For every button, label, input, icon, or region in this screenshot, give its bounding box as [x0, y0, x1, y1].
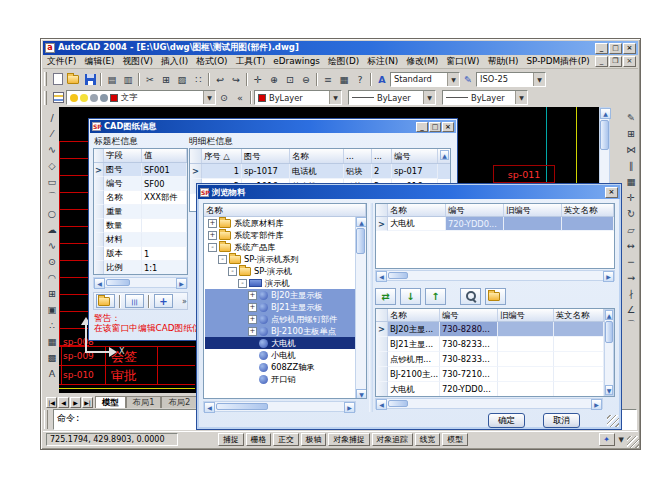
expand-icon[interactable]: +: [248, 315, 257, 324]
collapse-icon[interactable]: -: [218, 255, 227, 264]
scroll-down-icon[interactable]: ▼: [356, 389, 367, 399]
text-style-combo[interactable]: Standard▼: [390, 72, 460, 87]
tree-item[interactable]: -SP-演示机系列: [205, 253, 355, 265]
column-header[interactable]: 英文名称: [554, 309, 604, 321]
menu-item-4[interactable]: 格式(O): [192, 55, 231, 69]
move-icon[interactable]: ✛: [624, 189, 639, 205]
download-button[interactable]: ↓: [400, 288, 421, 305]
open-library-button[interactable]: [96, 294, 115, 308]
tree-item[interactable]: 大电机: [205, 337, 355, 349]
tab-next-icon[interactable]: ▶: [70, 397, 81, 408]
table-row[interactable]: 大电机720-YDD0...: [376, 382, 614, 397]
tab-layout2[interactable]: 布局2: [161, 396, 197, 408]
combo-dropdown-icon[interactable]: ▼: [515, 91, 527, 104]
window-resize-grip[interactable]: [627, 436, 639, 448]
insert-block-icon[interactable]: ⊞: [45, 285, 60, 301]
array-icon[interactable]: ▦: [624, 173, 639, 189]
plot-icon[interactable]: ▤: [104, 72, 120, 87]
selected-material-table[interactable]: 名称编号旧编号英文名称>大电机720-YDD0...: [375, 203, 615, 269]
toggle-6[interactable]: 线宽: [415, 433, 441, 446]
upper-table-hscrollbar[interactable]: ◀ ▶: [375, 270, 615, 281]
minimize-button[interactable]: _: [595, 43, 608, 54]
column-header[interactable]: 英文名称: [562, 204, 614, 216]
lower-table-hscrollbar[interactable]: ◀ ▶: [375, 398, 603, 409]
scroll-right-icon[interactable]: ▶: [344, 402, 355, 413]
new-icon[interactable]: [50, 72, 66, 87]
dim-style-icon[interactable]: ✎: [460, 72, 476, 87]
scroll-left-icon[interactable]: ◀: [376, 399, 387, 410]
child-close-button[interactable]: ×: [623, 56, 636, 67]
pan-realtime-icon[interactable]: ✛: [250, 72, 266, 87]
tree-item[interactable]: 小电机: [205, 349, 355, 361]
toolbar-overflow-icon[interactable]: »: [182, 297, 187, 306]
tab-prev-icon[interactable]: ◀: [58, 397, 69, 408]
extend-icon[interactable]: →: [624, 269, 639, 285]
tree-vscrollbar[interactable]: ▲ ▼: [355, 217, 366, 399]
zoom-previous-icon[interactable]: ⊖: [298, 72, 314, 87]
expand-icon[interactable]: +: [208, 219, 217, 228]
scroll-up-icon[interactable]: ▲: [605, 310, 613, 320]
maximize-button[interactable]: □: [609, 43, 622, 54]
communication-center-icon[interactable]: ✦: [599, 433, 615, 446]
combo-dropdown-icon[interactable]: ▼: [203, 91, 215, 104]
child-restore-button[interactable]: ❐: [609, 56, 622, 67]
toolbar-grip[interactable]: [44, 91, 47, 105]
lower-table-vscrollbar[interactable]: ▲ ▼: [604, 309, 614, 396]
column-header[interactable]: ...: [344, 149, 372, 163]
line-icon[interactable]: ∕: [45, 109, 60, 125]
expand-icon[interactable]: +: [208, 231, 217, 240]
chamfer-icon[interactable]: ∠: [624, 301, 639, 317]
combo-dropdown-icon[interactable]: ▼: [423, 91, 435, 104]
tree-hscrollbar[interactable]: ◀ ▶: [203, 401, 356, 412]
tab-model[interactable]: 模型: [95, 396, 126, 408]
table-row[interactable]: 比例1:1: [94, 261, 187, 275]
column-header[interactable]: ...: [372, 149, 392, 163]
splitter[interactable]: [369, 203, 373, 412]
copy-object-icon[interactable]: ⊞: [624, 125, 639, 141]
tree-item[interactable]: -系统产品库: [205, 241, 355, 253]
column-header[interactable]: 编号: [446, 204, 504, 216]
tree-item[interactable]: -SP-演示机: [205, 265, 355, 277]
menu-item-8[interactable]: 标注(N): [363, 55, 402, 69]
toggle-3[interactable]: 极轴: [301, 433, 327, 446]
tree-item[interactable]: +BJ-2100主板单点: [205, 325, 355, 337]
title-table-hscrollbar[interactable]: ◀ ▶: [93, 277, 188, 288]
column-header[interactable]: 图号: [242, 149, 290, 163]
menu-item-2[interactable]: 视图(V): [119, 55, 157, 69]
tree-item[interactable]: -演示机: [205, 277, 355, 289]
dialog-maximize-button[interactable]: □: [429, 122, 441, 132]
dialog-resize-grip[interactable]: [607, 415, 619, 427]
scroll-up-icon[interactable]: ▲: [356, 217, 367, 227]
column-header[interactable]: 值: [142, 149, 187, 162]
combo-dropdown-icon[interactable]: ▼: [329, 91, 341, 104]
table-row[interactable]: BJ-2100主...730-7210...: [376, 367, 614, 382]
tree-item[interactable]: +系统原材料库: [205, 217, 355, 229]
toolbar-grip[interactable]: [44, 72, 47, 86]
column-header[interactable]: 编号: [440, 309, 498, 321]
close-button[interactable]: ×: [623, 43, 636, 54]
menu-item-6[interactable]: eDrawings: [269, 55, 324, 67]
expand-icon[interactable]: +: [248, 291, 257, 300]
table-row[interactable]: 版本1: [94, 247, 187, 261]
table-row[interactable]: >图号SF001: [94, 163, 187, 177]
match-properties-icon[interactable]: ∷: [190, 72, 206, 87]
scroll-left-icon[interactable]: ◀: [376, 271, 387, 282]
text-style-icon[interactable]: A: [374, 72, 390, 87]
upload-button[interactable]: ↑: [425, 288, 446, 305]
column-header[interactable]: 名称: [388, 204, 446, 216]
dim-style-combo[interactable]: ISO-25▼: [476, 72, 546, 87]
linetype-combo[interactable]: ByLayer▼: [348, 90, 436, 105]
paste-icon[interactable]: ▨: [174, 72, 190, 87]
table-row[interactable]: >1sp-1017电话机铝块2sp-017: [190, 164, 450, 179]
undo-icon[interactable]: ↩: [212, 72, 228, 87]
menu-item-11[interactable]: 帮助(H): [483, 55, 522, 69]
detail-scroll-up-icon[interactable]: ▲: [440, 150, 449, 160]
tree-item[interactable]: 开口销: [205, 373, 355, 385]
table-row[interactable]: >大电机720-YDD0...: [376, 217, 614, 231]
fillet-icon[interactable]: ⌒: [624, 317, 639, 333]
layer-properties-icon[interactable]: [50, 90, 66, 105]
table-row[interactable]: BJ21主显...730-8233...: [376, 337, 614, 352]
tab-first-icon[interactable]: |◀: [46, 397, 57, 408]
expand-icon[interactable]: +: [248, 303, 257, 312]
revision-cloud-icon[interactable]: ☁: [45, 221, 60, 237]
